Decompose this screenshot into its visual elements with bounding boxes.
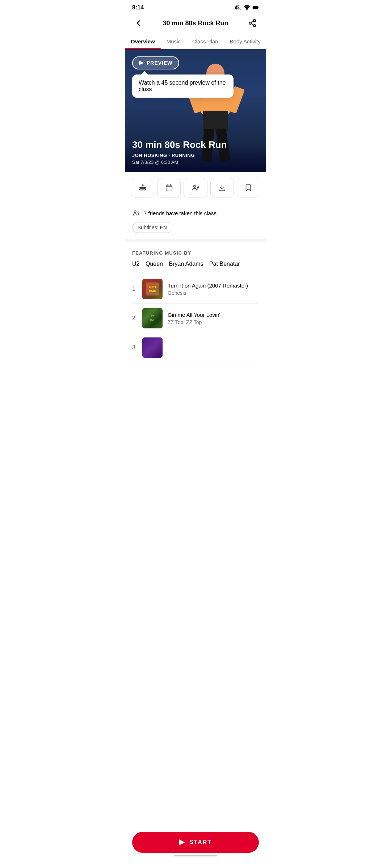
friends-row: 7 friends have taken this class xyxy=(132,209,259,217)
track-art-1: GENESIS xyxy=(142,279,163,299)
track-item-1: 1 GENESIS Turn It on Again (2007 Remaste… xyxy=(132,275,259,304)
tab-bar: Overview Music Class Plan Body Activity … xyxy=(125,34,266,49)
social-section: 7 friends have taken this class Subtitle… xyxy=(125,203,266,239)
category-label: RUNNING xyxy=(172,153,195,158)
bookmark-icon xyxy=(244,184,252,192)
tab-class-plan[interactable]: Class Plan xyxy=(186,34,224,49)
track-art-2: ZZTOP xyxy=(142,308,163,328)
tab-overview[interactable]: Overview xyxy=(125,34,161,49)
track-num-2: 2 xyxy=(132,315,142,322)
hero-info: 30 min 80s Rock Run JON HOSKING · RUNNIN… xyxy=(132,139,227,165)
tab-body-activity[interactable]: Body Activity xyxy=(224,34,266,49)
class-date: Sat 7/8/23 @ 6:30 AM xyxy=(132,159,227,165)
status-time: 8:14 xyxy=(132,4,144,11)
sep-2: · xyxy=(165,261,167,267)
back-icon xyxy=(134,19,143,27)
header: 30 min 80s Rock Run xyxy=(125,14,266,34)
mute-icon xyxy=(235,4,241,11)
stack-plus-icon xyxy=(139,184,147,192)
track-num-3: 3 xyxy=(132,344,142,351)
download-button[interactable] xyxy=(210,178,234,197)
svg-rect-9 xyxy=(139,187,146,188)
artist-pat: Pat Benatar xyxy=(209,261,240,267)
status-icons xyxy=(235,4,259,11)
tab-music[interactable]: Music xyxy=(161,34,186,49)
track-info-2: Gimme All Your Lovin' ZZ Top, ZZ Top xyxy=(168,312,259,325)
track-num-1: 1 xyxy=(132,286,142,292)
svg-rect-10 xyxy=(139,189,146,190)
bookmark-button[interactable] xyxy=(237,178,260,197)
friends-taken-text: 7 friends have taken this class xyxy=(144,210,216,216)
svg-rect-11 xyxy=(166,185,172,191)
preview-label: PREVIEW xyxy=(147,60,173,66)
track-info-1: Turn It on Again (2007 Remaster) Genesis xyxy=(168,282,259,296)
schedule-button[interactable] xyxy=(157,178,181,197)
content-scroll: PREVIEW Watch a 45 second preview of the… xyxy=(125,49,266,404)
friends-icon xyxy=(192,184,199,192)
wifi-icon xyxy=(244,4,250,11)
zztop-art: ZZTOP xyxy=(142,308,163,328)
share-button[interactable] xyxy=(246,17,259,30)
music-section: FEATURING MUSIC BY U2 · Queen · Bryan Ad… xyxy=(125,239,266,368)
unknown-art xyxy=(142,337,163,358)
track-item-3: 3 xyxy=(132,333,259,362)
sep-1: · xyxy=(142,261,143,267)
svg-line-8 xyxy=(251,21,254,23)
track-title-2: Gimme All Your Lovin' xyxy=(168,312,259,318)
invite-friends-button[interactable] xyxy=(184,178,207,197)
track-artist-1: Genesis xyxy=(168,290,259,296)
artist-bryan: Bryan Adams xyxy=(169,261,203,267)
preview-button[interactable]: PREVIEW xyxy=(132,56,179,69)
download-icon xyxy=(218,184,226,192)
track-artist-2: ZZ Top, ZZ Top xyxy=(168,319,259,325)
battery-icon xyxy=(252,4,259,11)
track-item-2: 2 ZZTOP Gimme All Your Lovin' ZZ Top, ZZ… xyxy=(132,304,259,333)
track-info-3 xyxy=(168,347,259,348)
share-icon xyxy=(248,19,257,27)
header-title: 30 min 80s Rock Run xyxy=(163,20,228,27)
svg-point-17 xyxy=(134,211,136,213)
add-to-stack-button[interactable] xyxy=(131,178,154,197)
svg-point-6 xyxy=(253,25,256,27)
track-title-1: Turn It on Again (2007 Remaster) xyxy=(168,282,259,289)
track-art-3 xyxy=(142,337,163,358)
svg-line-7 xyxy=(251,24,254,25)
svg-rect-3 xyxy=(253,7,256,9)
calendar-icon xyxy=(165,184,173,192)
instructor-name: JON HOSKING xyxy=(132,153,167,158)
play-icon xyxy=(139,60,144,65)
status-bar: 8:14 xyxy=(125,0,266,14)
hero-section: PREVIEW Watch a 45 second preview of the… xyxy=(125,49,266,172)
action-row xyxy=(125,172,266,203)
svg-point-5 xyxy=(249,22,251,24)
svg-point-15 xyxy=(194,186,196,188)
svg-point-4 xyxy=(253,20,256,22)
artist-u2: U2 xyxy=(132,261,139,267)
artist-queen: Queen xyxy=(146,261,163,267)
hero-meta: JON HOSKING · RUNNING xyxy=(132,153,227,158)
artists-row: U2 · Queen · Bryan Adams · Pat Benatar xyxy=(132,261,259,267)
sep-3: · xyxy=(206,261,207,267)
tooltip-text: Watch a 45 second preview of the class xyxy=(139,80,226,92)
back-button[interactable] xyxy=(132,17,145,30)
class-title: 30 min 80s Rock Run xyxy=(132,139,227,150)
genesis-art: GENESIS xyxy=(142,279,163,299)
svg-point-1 xyxy=(247,9,247,10)
meta-separator: · xyxy=(169,153,172,158)
friends-taken-icon xyxy=(132,209,140,217)
subtitles-badge: Subtitles: EN xyxy=(132,222,172,233)
preview-tooltip: Watch a 45 second preview of the class xyxy=(132,75,234,98)
music-heading: FEATURING MUSIC BY xyxy=(132,250,259,256)
